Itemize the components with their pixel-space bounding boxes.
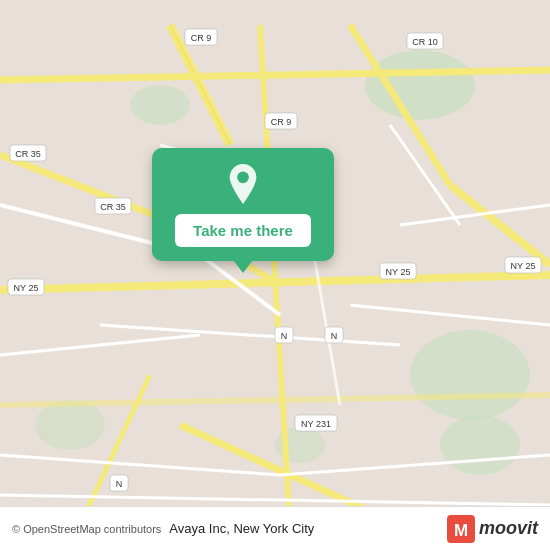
moovit-text: moovit (479, 518, 538, 539)
svg-text:M: M (454, 521, 468, 540)
svg-point-55 (237, 172, 249, 184)
svg-point-2 (130, 85, 190, 125)
svg-text:NY 231: NY 231 (301, 419, 331, 429)
moovit-logo-icon: M (447, 515, 475, 543)
svg-text:NY 25: NY 25 (511, 261, 536, 271)
svg-text:N: N (116, 479, 123, 489)
svg-text:NY 25: NY 25 (14, 283, 39, 293)
svg-text:CR 35: CR 35 (100, 202, 126, 212)
popup-card: Take me there (152, 148, 334, 261)
svg-text:N: N (281, 331, 288, 341)
map-attribution: © OpenStreetMap contributors (12, 523, 161, 535)
svg-point-4 (440, 415, 520, 475)
svg-text:CR 9: CR 9 (191, 33, 212, 43)
bottom-bar: © OpenStreetMap contributors Avaya Inc, … (0, 506, 550, 550)
svg-text:CR 10: CR 10 (412, 37, 438, 47)
svg-point-3 (410, 330, 530, 420)
svg-text:CR 35: CR 35 (15, 149, 41, 159)
map-container: CR 9 CR 10 CR 35 CR 35 CR 9 NY 25 NY 25 … (0, 0, 550, 550)
svg-point-5 (35, 400, 105, 450)
location-pin-icon (223, 164, 263, 204)
take-me-there-button[interactable]: Take me there (175, 214, 311, 247)
location-label: Avaya Inc, New York City (161, 521, 447, 536)
svg-point-1 (365, 50, 475, 120)
svg-text:NY 25: NY 25 (386, 267, 411, 277)
svg-text:CR 9: CR 9 (271, 117, 292, 127)
map-background: CR 9 CR 10 CR 35 CR 35 CR 9 NY 25 NY 25 … (0, 0, 550, 550)
moovit-logo: M moovit (447, 515, 538, 543)
svg-text:N: N (331, 331, 338, 341)
